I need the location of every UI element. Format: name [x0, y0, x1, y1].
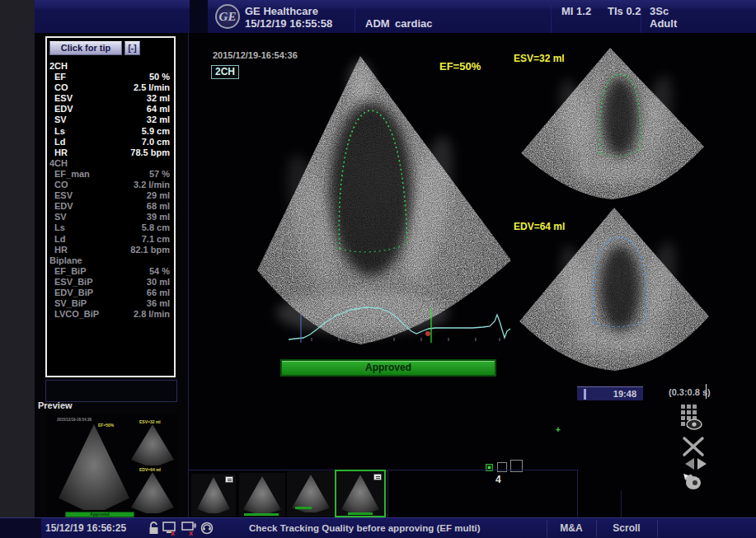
divider [577, 470, 578, 517]
ef-result-label: EF=50% [439, 60, 481, 73]
ultrasound-screen: GE GE Healthcare 15/12/19 16:55:58 ADM c… [0, 0, 756, 538]
network-offline-icon: x [181, 522, 198, 536]
measurement-label: Ld [54, 137, 65, 147]
measurement-label: EDV [54, 201, 73, 212]
arrow-left-icon[interactable] [679, 458, 694, 470]
thumbnail-3[interactable] [287, 471, 335, 517]
svg-text:x: x [171, 529, 175, 536]
click-for-tip-button[interactable]: Click for tip [49, 41, 122, 55]
scroll-button[interactable]: Scroll [596, 518, 657, 538]
imaging-area: 2015/12/19-16:54:36 2CH EF=50% ESV=32 ml… [188, 33, 756, 517]
layout-selector [486, 460, 527, 475]
measurement-label: CO [54, 82, 68, 93]
measurement-label: EF [54, 72, 66, 82]
measurement-value: 82.1 bpm [130, 245, 170, 255]
measurement-panel: Click for tip [-] 2CH EF 50 % CO 2.5 l/m… [45, 36, 176, 377]
divider [387, 470, 388, 517]
measurement-value: 39 ml [147, 212, 170, 222]
clip-number: 4 [495, 474, 501, 485]
operator-label: ADM [365, 17, 390, 30]
measurement-row: CO 3.2 l/min [47, 180, 174, 190]
measurement-row: Biplane [47, 255, 174, 266]
header-divider [551, 0, 552, 33]
measurement-value: 2.5 l/min [134, 82, 170, 93]
measurement-value: 3.2 l/min [134, 180, 170, 190]
delete-x-icon[interactable] [681, 435, 706, 458]
measurement-row: HR 78.5 bpm [47, 147, 174, 158]
thumbnail-approved-bar [348, 512, 373, 515]
thumbnail-approved-bar [244, 513, 279, 516]
measurement-value: 32 ml [147, 115, 170, 125]
measurement-label: 2CH [49, 61, 68, 72]
measurement-row: EDV 68 ml [47, 201, 174, 212]
clip-window-label: (0.3:0.8 s) [669, 387, 711, 397]
thumbnail-1[interactable] [191, 474, 236, 517]
ge-logo-icon: GE [215, 4, 240, 29]
frame-cursor[interactable] [706, 384, 707, 399]
preview-image[interactable]: 2015/12/19-16:54:36 EF=50% ESV=32 ml EDV… [47, 413, 178, 519]
collapse-panel-button[interactable]: [-] [124, 41, 140, 55]
measurement-row: ESV 29 ml [47, 190, 174, 201]
measurement-value: 7.1 cm [142, 234, 170, 245]
keypad-eye-icon[interactable] [679, 404, 707, 432]
measurement-row: LVCO_BiP 2.8 l/min [47, 309, 174, 320]
measurement-value: 30 ml [147, 277, 170, 288]
status-bar: 15/12/19 16:56:25 x x Check Tracking Qua… [0, 517, 756, 538]
measurement-label: ESV [54, 190, 73, 201]
arrow-right-icon[interactable] [697, 458, 712, 470]
measurement-label: Biplane [49, 255, 82, 266]
divider [657, 520, 658, 537]
svg-text:x: x [189, 529, 193, 536]
measurement-label: Ls [54, 222, 65, 233]
measurement-label: Ld [54, 234, 65, 245]
measurement-value: 2.8 l/min [134, 309, 170, 320]
measurement-row: ESV 32 ml [47, 93, 174, 104]
probe-label[interactable]: 3Sc [650, 5, 669, 17]
measurement-value: 78.5 bpm [130, 147, 170, 158]
thumbnail-fan [243, 476, 281, 514]
measurement-value: 32 ml [147, 93, 170, 104]
status-bar-cap [0, 518, 41, 538]
measurement-label: EDV [54, 104, 73, 115]
measurement-row: Ls 5.9 cm [47, 126, 174, 137]
ultrasound-render [188, 33, 756, 517]
thumbnail-4-selected[interactable] [335, 470, 386, 517]
esv-result-label: ESV=32 ml [514, 53, 565, 64]
empty-subpanel [45, 380, 177, 402]
progress-knob[interactable] [584, 389, 586, 400]
exam-type-label: cardiac [395, 17, 433, 30]
measurement-value: 68 ml [147, 201, 170, 212]
patient-type-label: Adult [650, 17, 677, 30]
hand-tool-icon[interactable] [681, 470, 704, 492]
mna-button[interactable]: M&A [547, 518, 596, 538]
approved-button[interactable]: Approved [280, 359, 496, 377]
clip-time: 19:48 [613, 389, 636, 399]
tis-readout: TIs 0.2 [608, 5, 641, 17]
view-label-2ch[interactable]: 2CH [211, 65, 239, 79]
left-bezel [0, 0, 35, 538]
status-message: Check Tracking Quality before approving … [249, 518, 481, 538]
measurement-label: ESV_BiP [54, 277, 92, 288]
preview-edv-label: EDV=64 ml [139, 467, 161, 472]
measurement-row: SV_BiP 36 ml [47, 298, 174, 309]
measurement-label: SV [54, 212, 67, 222]
header-notch [190, 0, 208, 33]
status-datetime: 15/12/19 16:56:25 [45, 518, 126, 538]
measurement-row: 4CH [47, 158, 174, 169]
measurement-label: SV_BiP [54, 298, 87, 309]
system-datetime: 15/12/19 16:55:58 [245, 17, 332, 30]
clip-progress-bar[interactable]: 19:48 [577, 386, 643, 400]
measurement-value: 57 % [149, 169, 170, 180]
measurement-label: EF_man [54, 169, 90, 180]
measurement-row: Ld 7.1 cm [47, 234, 174, 245]
preview-approved-bar: Approved [65, 512, 134, 517]
mi-readout: MI 1.2 [561, 5, 591, 17]
measurement-row: 2CH [47, 61, 174, 72]
thumbnail-2[interactable] [239, 473, 285, 517]
measurement-label: HR [54, 245, 68, 255]
measurement-value: 5.9 cm [142, 126, 170, 137]
measurement-label: EDV_BiP [54, 288, 93, 298]
layout-option-medium[interactable] [497, 462, 507, 472]
measurement-label: 4CH [49, 158, 68, 169]
brand-label: GE Healthcare [245, 5, 318, 17]
